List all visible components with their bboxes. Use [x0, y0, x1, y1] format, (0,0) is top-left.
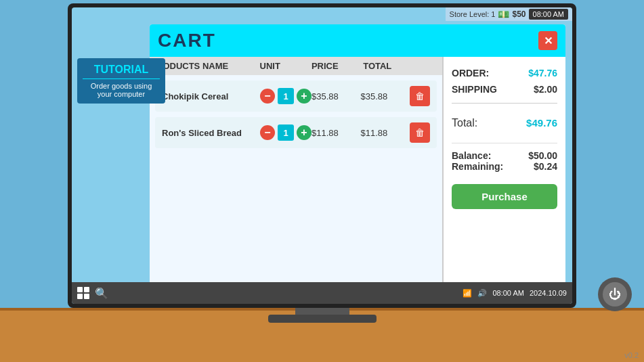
delete-button-1[interactable]: 🗑 [410, 86, 430, 106]
total-value: $49.76 [526, 117, 557, 129]
taskbar: 🔍 📶 🔊 08:00 AM 2024.10.09 [72, 282, 572, 304]
order-value: $47.76 [528, 68, 557, 78]
purchase-button[interactable]: Purchase [452, 184, 557, 209]
screen: Store Level: 1 💵 $50 08:00 AM TUTORIAL O… [72, 7, 572, 304]
cart-window: CART ✕ RODUCTS NAME UNIT PRICE TOTAL [150, 24, 565, 284]
item-price-1: $35.88 [312, 91, 361, 101]
item-name-1: Chokipik Cereal [162, 91, 260, 101]
item-name-2: Ron's Sliced Bread [162, 128, 260, 138]
monitor-base [268, 315, 377, 323]
col-price: PRICE [312, 61, 363, 71]
tutorial-title: TUTORIAL [83, 64, 160, 79]
monitor: Store Level: 1 💵 $50 08:00 AM TUTORIAL O… [68, 3, 576, 308]
qty-plus-button-1[interactable]: + [297, 89, 312, 104]
time-display: 08:00 AM [529, 9, 568, 20]
grid-cell [77, 294, 83, 299]
cart-items-list: Chokipik Cereal − 1 + $35.88 $35.88 🗑 [150, 75, 442, 284]
taskbar-date: 2024.10.09 [530, 289, 567, 297]
grid-cell [77, 287, 83, 292]
taskbar-time: 08:00 AM [492, 289, 523, 297]
close-button[interactable]: ✕ [538, 31, 557, 50]
remaining-label: Remaining: [452, 161, 503, 172]
shipping-row: SHIPPING $2.00 [452, 84, 557, 95]
qty-value-2: 1 [278, 125, 294, 141]
table-row: Ron's Sliced Bread − 1 + $11.88 $11.88 🗑 [155, 117, 437, 148]
item-total-2: $11.88 [361, 128, 410, 138]
balance-value: $50.00 [528, 150, 557, 161]
wifi-icon: 📶 [463, 289, 472, 298]
item-price-2: $11.88 [312, 128, 361, 138]
tutorial-text: Order goods using your computer [83, 82, 160, 98]
balance-row: Balance: $50.00 [452, 150, 557, 161]
power-icon: ⏻ [603, 282, 627, 307]
qty-control-1: − 1 + [260, 88, 312, 104]
col-name: RODUCTS NAME [156, 61, 260, 71]
col-action [414, 61, 435, 71]
qty-minus-button-2[interactable]: − [260, 125, 275, 140]
divider-1 [452, 103, 557, 104]
remaining-row: Remaining: $0.24 [452, 161, 557, 172]
total-label: Total: [452, 117, 477, 129]
qty-minus-button-1[interactable]: − [260, 89, 275, 104]
money-amount: $50 [512, 9, 525, 19]
grid-cell [84, 287, 89, 292]
tutorial-box: TUTORIAL Order goods using your computer [77, 58, 165, 104]
shipping-label: SHIPPING [452, 84, 497, 95]
taskbar-left: 🔍 [77, 287, 108, 300]
grid-icon[interactable] [77, 287, 89, 299]
order-label: ORDER: [452, 68, 489, 78]
shipping-value: $2.00 [534, 84, 557, 95]
cart-title: CART [158, 30, 216, 51]
qty-value-1: 1 [278, 88, 294, 104]
version-text: v0.2 [624, 351, 639, 359]
qty-plus-button-2[interactable]: + [297, 125, 312, 140]
power-button-area[interactable]: ⏻ [598, 277, 632, 311]
balance-section: Balance: $50.00 Remaining: $0.24 [452, 143, 557, 172]
cart-columns-header: RODUCTS NAME UNIT PRICE TOTAL [150, 57, 442, 75]
top-bar: Store Level: 1 💵 $50 08:00 AM [446, 7, 572, 21]
total-row: Total: $49.76 [452, 117, 557, 129]
search-icon[interactable]: 🔍 [95, 287, 108, 300]
table-row: Chokipik Cereal − 1 + $35.88 $35.88 🗑 [155, 81, 437, 112]
col-unit: UNIT [260, 61, 312, 71]
cart-left-panel: RODUCTS NAME UNIT PRICE TOTAL Chokipik C… [150, 57, 444, 284]
store-level-label: Store Level: 1 [450, 10, 496, 18]
taskbar-right: 📶 🔊 08:00 AM 2024.10.09 [463, 289, 567, 298]
sound-icon: 🔊 [477, 289, 487, 298]
cart-header: CART ✕ [150, 24, 565, 57]
col-total: TOTAL [363, 61, 414, 71]
balance-label: Balance: [452, 150, 491, 161]
cart-right-panel: ORDER: $47.76 SHIPPING $2.00 Total: $49.… [444, 57, 565, 284]
remaining-value: $0.24 [534, 161, 557, 172]
delete-button-2[interactable]: 🗑 [410, 122, 430, 143]
cart-body: RODUCTS NAME UNIT PRICE TOTAL Chokipik C… [150, 57, 565, 284]
qty-control-2: − 1 + [260, 125, 312, 141]
money-icon: 💵 [498, 9, 509, 20]
item-total-1: $35.88 [361, 91, 410, 101]
order-row: ORDER: $47.76 [452, 68, 557, 78]
grid-cell [84, 294, 89, 299]
